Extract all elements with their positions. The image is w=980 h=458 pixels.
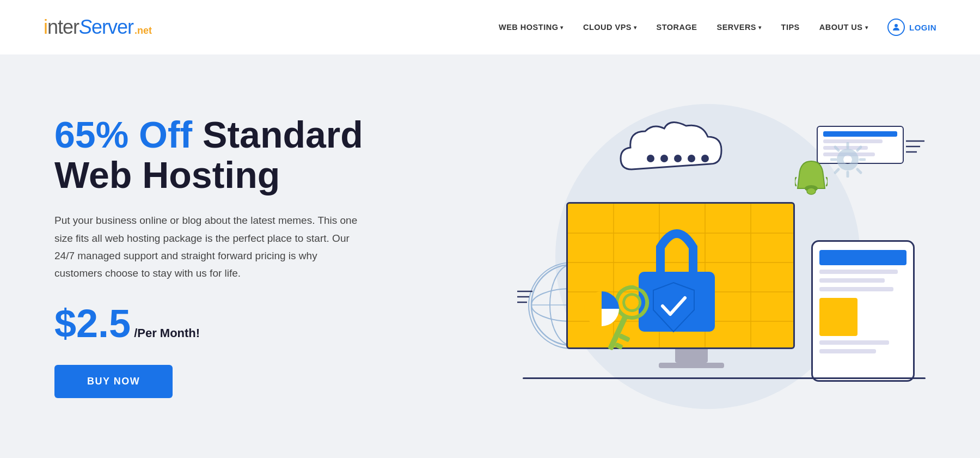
nav-storage[interactable]: STORAGE (657, 23, 697, 32)
logo-tld: .net (134, 25, 152, 36)
nav-tips[interactable]: TIPS (781, 23, 800, 32)
logo-server: erver (91, 16, 133, 39)
svg-point-21 (701, 155, 709, 162)
login-button[interactable]: LOGIN (887, 19, 936, 36)
svg-line-33 (835, 147, 838, 150)
logo-inter: interS (44, 16, 91, 39)
svg-point-18 (660, 155, 668, 162)
hero-price: $2.5 /Per Month! (54, 304, 363, 343)
price-period: /Per Month! (134, 326, 200, 340)
buy-now-button[interactable]: BUY NOW (54, 365, 173, 398)
svg-rect-25 (618, 333, 630, 342)
hero-illustration (512, 93, 936, 420)
header: interS erver .net WEB HOSTING ▾ CLOUD VP… (0, 0, 980, 54)
svg-point-37 (842, 154, 853, 165)
bell-icon (795, 158, 828, 199)
decorative-lines-right (906, 137, 926, 161)
nav-web-hosting[interactable]: WEB HOSTING ▾ (499, 23, 564, 32)
bottom-line (523, 377, 926, 379)
chevron-down-icon: ▾ (865, 25, 868, 30)
shield-icon (651, 282, 697, 335)
price-amount: $2.5 (54, 304, 131, 343)
svg-line-36 (835, 169, 838, 173)
chevron-down-icon: ▾ (634, 25, 637, 30)
decorative-lines-left (517, 287, 534, 311)
hero-title: 65% Off StandardWeb Hosting (54, 114, 363, 196)
nav-servers[interactable]: SERVERS ▾ (716, 23, 761, 32)
user-icon (887, 19, 905, 36)
svg-point-19 (674, 155, 682, 162)
svg-point-23 (621, 291, 643, 313)
pie-chart-icon (583, 290, 621, 330)
chevron-down-icon: ▾ (758, 25, 762, 30)
nav-cloud-vps[interactable]: CLOUD VPS ▾ (583, 23, 637, 32)
hero-description: Put your business online or blog about t… (54, 212, 359, 282)
svg-line-35 (857, 147, 861, 150)
gear-icon (830, 142, 866, 185)
cloud-icon (615, 120, 735, 182)
svg-point-17 (647, 155, 654, 162)
svg-point-28 (807, 188, 816, 194)
svg-point-20 (688, 155, 695, 162)
logo[interactable]: interS erver .net (44, 16, 152, 39)
hero-section: 65% Off StandardWeb Hosting Put your bus… (0, 54, 980, 458)
hero-text-block: 65% Off StandardWeb Hosting Put your bus… (54, 114, 363, 399)
tablet-icon (811, 240, 920, 387)
svg-line-34 (857, 169, 861, 173)
chevron-down-icon: ▾ (560, 25, 564, 30)
svg-point-0 (895, 24, 898, 27)
main-nav: WEB HOSTING ▾ CLOUD VPS ▾ STORAGE SERVER… (499, 19, 936, 36)
nav-about-us[interactable]: ABOUT US ▾ (819, 23, 868, 32)
